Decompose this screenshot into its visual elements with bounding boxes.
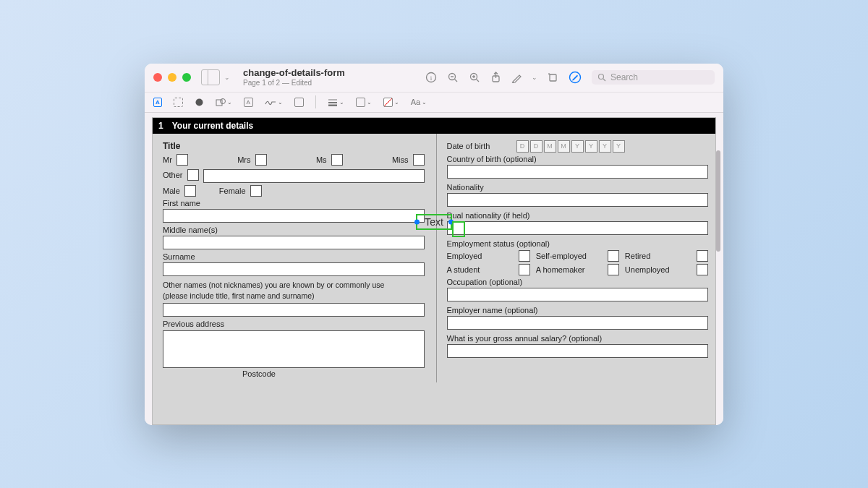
close-button[interactable] xyxy=(153,73,162,82)
employed-label: Employed xyxy=(447,252,513,260)
scrollbar-thumb[interactable] xyxy=(716,150,720,252)
resize-handle-left[interactable] xyxy=(414,219,420,224)
annotation-text: Text xyxy=(425,216,443,228)
mrs-checkbox[interactable] xyxy=(255,154,267,166)
previous-address-label: Previous address xyxy=(163,320,425,328)
male-checkbox[interactable] xyxy=(184,185,196,197)
surname-input[interactable] xyxy=(163,262,425,276)
scrollbar[interactable] xyxy=(716,150,722,295)
shapes-icon[interactable]: ⌄ xyxy=(216,98,232,107)
other-checkbox[interactable] xyxy=(187,169,199,181)
svg-line-3 xyxy=(455,80,458,82)
instant-alpha-icon[interactable] xyxy=(195,98,204,107)
title-label: Title xyxy=(163,141,425,151)
self-employed-label: Self-employed xyxy=(536,252,602,260)
retired-label: Retired xyxy=(625,252,691,260)
titlebar: ⌄ change-of-details-form Page 1 of 2 — E… xyxy=(145,64,723,93)
selection-tool-icon[interactable] xyxy=(174,98,183,107)
employer-name-label: Employer name (optional) xyxy=(447,306,709,314)
occupation-input[interactable] xyxy=(447,288,709,301)
nationality-input[interactable] xyxy=(447,193,709,207)
search-icon xyxy=(597,73,606,82)
text-tool-icon[interactable]: A xyxy=(153,98,162,107)
document-title-area: change-of-details-form Page 1 of 2 — Edi… xyxy=(243,68,345,86)
svg-rect-17 xyxy=(216,100,222,106)
line-weight-icon[interactable]: ⌄ xyxy=(328,98,344,106)
country-of-birth-label: Country of birth (optional) xyxy=(447,155,709,163)
svg-rect-12 xyxy=(550,74,556,81)
document-subtitle: Page 1 of 2 — Edited xyxy=(243,79,345,87)
dual-nationality-input[interactable] xyxy=(447,221,709,235)
male-label: Male xyxy=(163,187,180,195)
female-checkbox[interactable] xyxy=(250,185,262,197)
svg-point-18 xyxy=(220,98,225,103)
svg-text:i: i xyxy=(430,74,433,82)
form-left-column: Title Mr Mrs Ms Miss Other xyxy=(153,134,437,382)
pdf-page: 1 Your current details Title Mr Mrs Ms M… xyxy=(152,117,716,425)
document-title: change-of-details-form xyxy=(243,68,345,78)
previous-address-input[interactable] xyxy=(163,330,425,368)
markup-chevron-icon[interactable]: ⌄ xyxy=(532,74,537,81)
window-controls xyxy=(153,73,191,82)
mrs-label: Mrs xyxy=(237,155,250,164)
miss-label: Miss xyxy=(392,155,409,164)
form-right-column: Date of birth D D M M Y Y Y Y Country of xyxy=(437,134,716,382)
first-name-label: First name xyxy=(163,199,425,207)
zoom-in-icon[interactable] xyxy=(469,72,480,83)
mr-checkbox[interactable] xyxy=(176,154,188,166)
retired-checkbox[interactable] xyxy=(697,250,708,262)
rotate-icon[interactable] xyxy=(548,72,558,83)
svg-line-11 xyxy=(512,82,513,82)
postcode-label: Postcode xyxy=(242,369,276,378)
country-of-birth-input[interactable] xyxy=(447,165,709,179)
markup-icon[interactable] xyxy=(511,72,523,83)
fill-color-icon[interactable]: ⌄ xyxy=(383,98,399,107)
search-placeholder: Search xyxy=(610,72,638,82)
annotate-icon[interactable] xyxy=(569,71,582,84)
gross-salary-input[interactable] xyxy=(447,344,709,358)
text-box-icon[interactable]: A xyxy=(244,98,253,107)
document-viewport[interactable]: 1 Your current details Title Mr Mrs Ms M… xyxy=(145,113,723,425)
homemaker-label: A homemaker xyxy=(536,265,602,274)
employer-name-input[interactable] xyxy=(447,316,709,330)
shape-rect-icon[interactable] xyxy=(294,98,304,107)
sign-icon[interactable]: ⌄ xyxy=(265,98,283,106)
maximize-button[interactable] xyxy=(182,73,191,82)
female-label: Female xyxy=(219,187,246,195)
other-names-input[interactable] xyxy=(163,303,425,317)
zoom-out-icon[interactable] xyxy=(447,72,459,83)
search-input[interactable]: Search xyxy=(592,70,715,85)
share-icon[interactable] xyxy=(490,72,501,83)
employed-checkbox[interactable] xyxy=(519,250,530,262)
student-checkbox[interactable] xyxy=(519,264,530,275)
info-icon[interactable]: i xyxy=(425,72,437,83)
markup-toolbar: A ⌄ A ⌄ ⌄ ⌄ ⌄ Aa⌄ xyxy=(145,93,723,113)
minimize-button[interactable] xyxy=(168,73,176,82)
ms-label: Ms xyxy=(316,155,327,164)
occupation-label: Occupation (optional) xyxy=(447,278,709,286)
miss-checkbox[interactable] xyxy=(413,154,425,166)
surname-label: Surname xyxy=(163,252,425,261)
unemployed-checkbox[interactable] xyxy=(697,264,708,275)
employment-status-label: Employment status (optional) xyxy=(447,239,709,248)
student-label: A student xyxy=(447,265,513,274)
homemaker-checkbox[interactable] xyxy=(608,264,619,275)
middle-names-input[interactable] xyxy=(163,236,425,249)
ms-checkbox[interactable] xyxy=(331,154,343,166)
sidebar-toggle-icon[interactable] xyxy=(201,69,220,85)
self-employed-checkbox[interactable] xyxy=(608,250,619,262)
section-title: Your current details xyxy=(172,121,253,131)
other-names-label-2: (please include title, first name and su… xyxy=(163,291,425,301)
other-input[interactable] xyxy=(203,169,425,183)
nationality-label: Nationality xyxy=(447,183,709,192)
chevron-down-icon[interactable]: ⌄ xyxy=(224,74,230,81)
annotation-secondary-box[interactable] xyxy=(452,221,465,237)
section-header: 1 Your current details xyxy=(153,118,715,134)
border-color-icon[interactable]: ⌄ xyxy=(356,98,372,107)
section-number: 1 xyxy=(158,121,163,131)
font-style-icon[interactable]: Aa⌄ xyxy=(411,98,427,106)
text-annotation[interactable]: Text xyxy=(416,214,452,230)
gross-salary-label: What is your gross annual salary? (optio… xyxy=(447,334,709,343)
dob-input-group[interactable]: D D M M Y Y Y Y xyxy=(516,140,625,153)
first-name-input[interactable] xyxy=(163,209,425,223)
